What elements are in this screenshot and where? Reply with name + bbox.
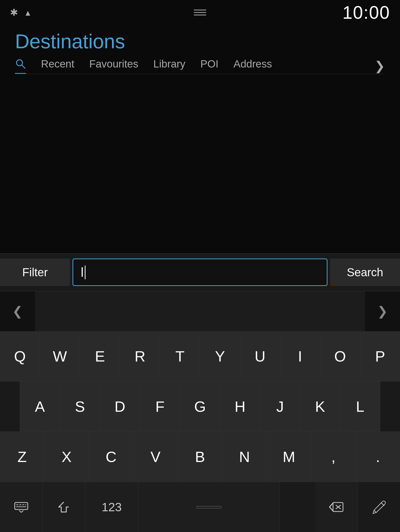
- key-z[interactable]: Z: [0, 432, 44, 482]
- action-icon: [370, 500, 388, 514]
- key-r[interactable]: R: [120, 331, 160, 381]
- status-center-icon: [194, 10, 206, 16]
- bluetooth-icon: ✱: [10, 7, 18, 18]
- key-w[interactable]: W: [40, 331, 80, 381]
- row2-spacer-right: [380, 382, 400, 432]
- key-q[interactable]: Q: [0, 331, 40, 381]
- key-y[interactable]: Y: [200, 331, 240, 381]
- key-period[interactable]: .: [356, 432, 400, 482]
- status-bar: ✱ ▴ 10:00: [0, 0, 400, 25]
- key-l[interactable]: L: [340, 382, 380, 432]
- suggestion-bar: ❮ ❯: [0, 291, 400, 331]
- keyboard-hide-icon: [14, 502, 29, 512]
- search-icon: [15, 58, 26, 69]
- spacer-key: [280, 482, 315, 532]
- navigation-icon: ▴: [26, 7, 30, 18]
- key-t[interactable]: T: [160, 331, 200, 381]
- keyboard-panel: Filter l Search ❮ ❯ Q W E R T Y U I O P: [0, 253, 400, 532]
- numpad-label: 123: [102, 500, 122, 514]
- backspace-button[interactable]: [315, 482, 358, 532]
- svg-line-1: [22, 65, 25, 68]
- keyboard-hide-button[interactable]: [0, 482, 42, 532]
- space-button[interactable]: [138, 482, 280, 532]
- key-c[interactable]: C: [89, 432, 134, 482]
- tab-address[interactable]: Address: [234, 58, 272, 74]
- key-d[interactable]: D: [100, 382, 140, 432]
- tab-search[interactable]: [15, 58, 26, 74]
- keyboard-row-4: 123: [0, 482, 400, 532]
- svg-line-12: [374, 510, 376, 512]
- input-value: l: [81, 265, 84, 280]
- filter-button[interactable]: Filter: [0, 258, 70, 286]
- key-m[interactable]: M: [267, 432, 311, 482]
- key-x[interactable]: X: [44, 432, 89, 482]
- text-cursor: [85, 266, 86, 279]
- tab-poi[interactable]: POI: [200, 58, 218, 74]
- input-bar: Filter l Search: [0, 253, 400, 291]
- tab-favourites[interactable]: Favourites: [89, 58, 138, 74]
- key-i[interactable]: I: [280, 331, 320, 381]
- shift-button[interactable]: [42, 482, 85, 532]
- key-u[interactable]: U: [240, 331, 280, 381]
- key-k[interactable]: K: [300, 382, 340, 432]
- key-s[interactable]: S: [60, 382, 100, 432]
- status-icons: ✱ ▴: [10, 7, 30, 18]
- text-input-container: l: [70, 258, 330, 286]
- key-j[interactable]: J: [260, 382, 300, 432]
- key-g[interactable]: G: [180, 382, 220, 432]
- action-button[interactable]: [358, 482, 400, 532]
- keyboard-row-2: A S D F G H J K L: [0, 382, 400, 432]
- key-v[interactable]: V: [134, 432, 178, 482]
- suggestion-content: [35, 291, 365, 331]
- key-a[interactable]: A: [20, 382, 60, 432]
- key-n[interactable]: N: [222, 432, 267, 482]
- svg-rect-2: [15, 502, 28, 510]
- numpad-button[interactable]: 123: [85, 482, 138, 532]
- row2-spacer-left: [0, 382, 20, 432]
- tab-recent[interactable]: Recent: [41, 58, 74, 74]
- key-b[interactable]: B: [178, 432, 222, 482]
- keyboard-row-1: Q W E R T Y U I O P: [0, 331, 400, 382]
- keyboard: Q W E R T Y U I O P A S D F G H J K L Z: [0, 331, 400, 532]
- key-o[interactable]: O: [320, 331, 360, 381]
- nav-tabs: Recent Favourites Library POI Address ❯: [15, 58, 385, 74]
- backspace-icon: [329, 502, 344, 512]
- svg-rect-8: [196, 506, 222, 508]
- menu-icon: [194, 10, 206, 16]
- key-e[interactable]: E: [80, 331, 120, 381]
- clock: 10:00: [342, 2, 390, 23]
- key-p[interactable]: P: [360, 331, 400, 381]
- nav-more-button[interactable]: ❯: [374, 59, 385, 73]
- main-content: [0, 74, 400, 269]
- suggestion-prev-button[interactable]: ❮: [0, 291, 35, 331]
- space-icon: [194, 503, 224, 511]
- tab-library[interactable]: Library: [153, 58, 185, 74]
- search-input[interactable]: l: [72, 258, 328, 286]
- keyboard-row-3: Z X C V B N M , .: [0, 432, 400, 482]
- search-button[interactable]: Search: [330, 258, 400, 286]
- header: Destinations Recent Favourites Library P…: [0, 25, 400, 74]
- suggestion-next-button[interactable]: ❯: [365, 291, 400, 331]
- key-h[interactable]: H: [220, 382, 260, 432]
- shift-icon: [58, 501, 70, 513]
- page-title: Destinations: [15, 30, 385, 53]
- key-comma[interactable]: ,: [311, 432, 356, 482]
- key-f[interactable]: F: [140, 382, 180, 432]
